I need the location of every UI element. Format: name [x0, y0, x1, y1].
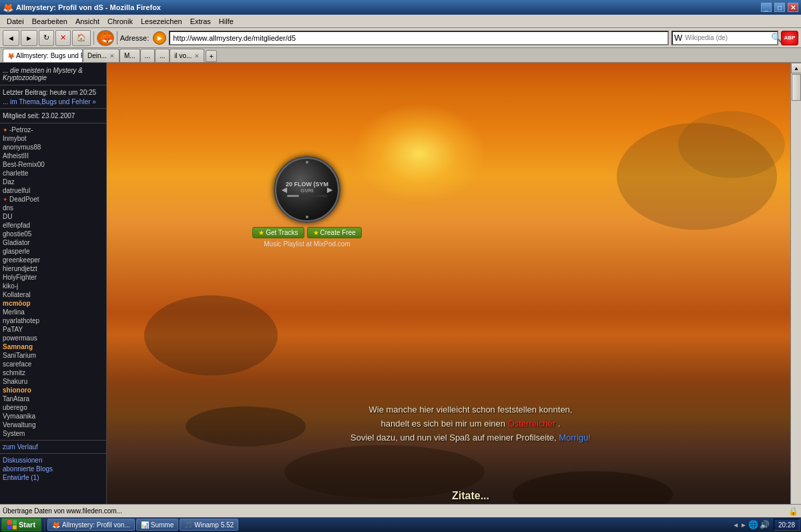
zitate-title: Zitate...	[174, 490, 768, 502]
sidebar-member-glasperle[interactable]: glasperle	[0, 247, 106, 256]
blogs-link[interactable]: abonnierte Blogs	[0, 465, 106, 473]
adblock-button[interactable]: ABP	[781, 31, 798, 45]
sidebar-member-scareface[interactable]: scareface	[0, 360, 106, 368]
tab-0[interactable]: 🦊 Allmystery: Bugs und F... ✕	[3, 49, 83, 62]
close-button[interactable]: ✕	[788, 3, 798, 12]
profile-text-morrigu[interactable]: Morrigu!	[559, 433, 591, 443]
sidebar-member-patay[interactable]: PaTAY	[0, 325, 106, 334]
sidebar-member-shakuru[interactable]: Shakuru	[0, 377, 106, 386]
tab-4[interactable]: ...	[155, 49, 170, 62]
sidebar-divider-5	[0, 453, 106, 454]
sidebar-member-kiko[interactable]: kiko-j	[0, 282, 106, 290]
svg-point-0	[617, 123, 777, 230]
sidebar-member-system[interactable]: System	[0, 429, 106, 438]
diskussionen-link[interactable]: Diskussionen	[0, 456, 106, 465]
menu-ansicht[interactable]: Ansicht	[71, 16, 103, 27]
sidebar-member-merlina[interactable]: Merlina	[0, 308, 106, 316]
menu-datei[interactable]: Datei	[3, 16, 28, 27]
sidebar-member-hierundjetzt[interactable]: hierundjetzt	[0, 264, 106, 273]
sidebar-member-samnang[interactable]: Samnang	[0, 342, 106, 351]
member-name-charlette: charlette	[3, 170, 28, 177]
menu-lesezeichen[interactable]: Lesezeichen	[137, 16, 186, 27]
stop-button[interactable]: ✕	[55, 30, 71, 46]
member-name-du: DU	[3, 213, 12, 220]
volume-icon[interactable]: 🔊	[760, 520, 770, 529]
member-name-ghostie: ghostie05	[3, 230, 31, 238]
sidebar-member-shionoro[interactable]: shionoro	[0, 386, 106, 394]
player-track-sublabel: GVRI	[286, 188, 328, 194]
get-tracks-button[interactable]: ★ Get Tracks	[252, 227, 304, 238]
sidebar-member-atheist[interactable]: AtheistIII	[0, 152, 106, 160]
taskbar-btn-2[interactable]: 🎵 Winamp 5.52	[180, 519, 238, 531]
address-input[interactable]	[169, 31, 669, 45]
sidebar-member-petroz[interactable]: ✦ -Petroz-	[0, 125, 106, 134]
sidebar-member-verwaltung[interactable]: Verwaltung	[0, 421, 106, 429]
drafts-link[interactable]: Entwürfe (1)	[0, 473, 106, 482]
tray-nav-left[interactable]: ◄	[732, 521, 739, 529]
sidebar-member-bestremix[interactable]: Best-Remix00	[0, 160, 106, 169]
tab-close-1[interactable]: ✕	[109, 53, 115, 59]
zum-verlauf-link[interactable]: zum Verlauf	[0, 443, 106, 451]
star-icon-get: ★	[258, 229, 264, 236]
scroll-up-button[interactable]: ▲	[791, 63, 801, 73]
sidebar-member-mcmoop[interactable]: mcmöop	[0, 299, 106, 308]
tab-3[interactable]: ...	[140, 49, 155, 62]
sidebar-member-sanitarium[interactable]: SaniTarium	[0, 351, 106, 360]
menu-extras[interactable]: Extras	[186, 16, 215, 27]
play-button[interactable]: ▶	[153, 31, 166, 45]
tab-label-0: Allmystery: Bugs und F...	[16, 52, 83, 59]
create-free-button[interactable]: ★ Create Free	[307, 227, 362, 238]
sun-glow	[352, 103, 486, 204]
taskbar-label-2: Winamp 5.52	[194, 521, 234, 529]
tab-2[interactable]: M...	[119, 49, 140, 62]
taskbar-btn-1[interactable]: 📊 Summe	[136, 519, 178, 531]
sidebar-member-deadpoet[interactable]: ✦ DeadPoet	[0, 195, 106, 204]
scroll-thumb[interactable]	[792, 74, 801, 101]
sidebar-member-kollateral[interactable]: Kollateral	[0, 290, 106, 299]
search-input[interactable]	[684, 32, 771, 44]
sidebar-member-gladiator[interactable]: Gladiator	[0, 238, 106, 247]
last-post-topic-link[interactable]: ... im Thema,Bugs und Fehler »	[0, 97, 106, 106]
start-button[interactable]: Start	[1, 518, 41, 531]
back-button[interactable]: ◄	[3, 30, 19, 46]
sidebar-member-datruelful[interactable]: datruelful	[0, 186, 106, 195]
sidebar-member-uberego[interactable]: uberego	[0, 403, 106, 412]
sidebar-member-ghostie[interactable]: ghostie05	[0, 230, 106, 238]
maximize-button[interactable]: □	[774, 3, 785, 12]
menu-chronik[interactable]: Chronik	[103, 16, 137, 27]
sidebar-member-greenkeeper[interactable]: greenkeeper	[0, 256, 106, 264]
new-tab-button[interactable]: +	[206, 50, 216, 62]
menu-bearbeiten[interactable]: Bearbeiten	[28, 16, 71, 27]
sidebar-member-vymaanika[interactable]: Vymaanika	[0, 412, 106, 421]
firefox-button[interactable]: 🦊	[97, 30, 114, 46]
sidebar-member-schmitz[interactable]: schmitz	[0, 368, 106, 377]
sidebar-member-anon[interactable]: anonymus88	[0, 143, 106, 152]
sidebar-member-holyfighter[interactable]: HolyFighter	[0, 273, 106, 282]
start-label: Start	[19, 521, 35, 529]
tab-close-5[interactable]: ✕	[194, 53, 200, 59]
taskbar-btn-0[interactable]: 🦊 Allmystery: Profil von...	[47, 519, 135, 531]
vertical-scrollbar[interactable]: ▲ ▼	[790, 63, 801, 517]
sidebar-member-powermaus[interactable]: powermaus	[0, 334, 106, 342]
sidebar-member-daz[interactable]: Daz	[0, 178, 106, 186]
sidebar-member-elfenpfad[interactable]: elfenpfad	[0, 221, 106, 230]
sidebar-member-charlette[interactable]: charlette	[0, 169, 106, 178]
tray-nav-right[interactable]: ►	[740, 521, 747, 529]
reload-button[interactable]: ↻	[39, 30, 54, 46]
menu-hilfe[interactable]: Hilfe	[215, 16, 238, 27]
tab-5[interactable]: il vo... ✕	[170, 49, 204, 62]
taskbar-icon-1: 📊	[141, 521, 149, 529]
player-progress-bar[interactable]	[287, 195, 327, 197]
scroll-track[interactable]	[791, 73, 801, 507]
forward-button[interactable]: ►	[21, 30, 37, 46]
sidebar-member-tanatara[interactable]: TanAtara	[0, 394, 106, 403]
reload-icon: ↻	[43, 33, 49, 42]
sidebar-member-dns[interactable]: dns	[0, 204, 106, 212]
member-name-greenkeeper: greenkeeper	[3, 256, 40, 264]
tab-1[interactable]: Dein... ✕	[83, 49, 119, 62]
sidebar-member-du[interactable]: DU	[0, 212, 106, 221]
sidebar-member-nyarlathotep[interactable]: nyarlathotep	[0, 316, 106, 325]
minimize-button[interactable]: _	[761, 3, 772, 12]
home-button[interactable]: 🏠	[72, 30, 91, 46]
sidebar-member-inmybot[interactable]: Inmybot	[0, 134, 106, 143]
